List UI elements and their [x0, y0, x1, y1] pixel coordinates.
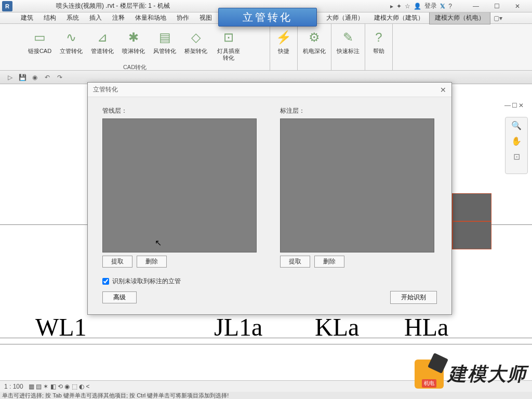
fav-icon[interactable]: ✦	[396, 3, 402, 10]
quick-button[interactable]: ⚡快捷	[274, 28, 293, 56]
tray-convert-button[interactable]: ◇桥架转化	[183, 28, 208, 56]
gridline	[0, 344, 532, 344]
link-cad-button[interactable]: ▭链接CAD	[27, 28, 52, 56]
menu-mass[interactable]: 体量和场地	[130, 12, 171, 24]
delete-pipe-button[interactable]: 删除	[137, 256, 167, 268]
sync-icon[interactable]: ◉	[30, 73, 39, 82]
group-label-cad: CAD转化	[123, 62, 147, 72]
menu-system[interactable]: 系统	[61, 12, 84, 24]
title-toolbar: ▸ ✦ ☆ 👤 登录 𝕏 ? — ☐ ✕	[390, 1, 532, 12]
menu-arch[interactable]: 建筑	[16, 12, 38, 24]
cursor-icon: ↖	[155, 238, 162, 248]
cad-icon: ▭	[31, 29, 48, 46]
exchange-icon[interactable]: 𝕏	[440, 3, 445, 10]
undo-icon[interactable]: ↶	[43, 73, 52, 82]
app-icon[interactable]: R	[2, 1, 12, 11]
dialog-close-button[interactable]: ✕	[440, 86, 446, 94]
pipe-layer-label: 管线层：	[102, 107, 259, 115]
fixture-convert-button[interactable]: ⊡灯具插座转化	[215, 28, 243, 62]
sprinkler-convert-button[interactable]: ✱喷淋转化	[121, 28, 146, 56]
quick-tag-button[interactable]: ✎快速标注	[336, 28, 361, 56]
help-button[interactable]: ?帮助	[369, 28, 388, 56]
help-icon[interactable]: ?	[448, 3, 452, 10]
advanced-button[interactable]: 高级	[102, 291, 137, 303]
dialog-titlebar: 立管转化 ✕	[88, 83, 451, 97]
fixture-icon: ⊡	[220, 29, 237, 46]
sprinkler-icon: ✱	[125, 29, 142, 46]
text-kla: KLa	[315, 313, 359, 341]
extract-tag-button[interactable]: 提取	[280, 256, 310, 268]
help-ribbon-icon: ?	[370, 29, 387, 46]
menu-insert[interactable]: 插入	[84, 12, 107, 24]
maximize-button[interactable]: ☐	[486, 1, 507, 12]
callout-banner: 立管转化	[218, 8, 317, 26]
navigation-bar[interactable]: 🔍 ✋ ⊡	[505, 117, 528, 174]
minimize-button[interactable]: —	[466, 1, 486, 12]
login-link[interactable]: 登录	[424, 2, 437, 10]
dialog-title: 立管转化	[93, 85, 118, 94]
close-button[interactable]: ✕	[507, 1, 528, 12]
recognize-untagged-checkbox[interactable]: 识别未读取到标注的立管	[102, 277, 181, 286]
start-recognize-button[interactable]: 开始识别	[390, 291, 437, 304]
extract-pipe-button[interactable]: 提取	[102, 256, 132, 268]
pipe-convert-button[interactable]: ⊿管道转化	[90, 28, 115, 56]
search-icon[interactable]: ▸	[390, 3, 393, 10]
menu-annotate[interactable]: 注释	[107, 12, 130, 24]
hint-bar: 单击可进行选择; 按 Tab 键并单击可选择其他项目; 按 Ctrl 键并单击可…	[0, 392, 532, 399]
menu-master-arch[interactable]: 建模大师（建筑）	[369, 12, 429, 24]
brand-watermark: 机电 建模大师	[415, 360, 527, 389]
mep-deepen-button[interactable]: ⚙机电深化	[302, 28, 327, 56]
brand-text: 建模大师	[448, 362, 527, 387]
scale-display[interactable]: 1 : 100	[4, 383, 23, 390]
menu-collab[interactable]: 协作	[171, 12, 194, 24]
riser-convert-dialog: 立管转化 ✕ 管线层： 提取 删除 标注层： 提取 删除 识别未读取到标注的立管…	[87, 82, 452, 315]
redo-icon[interactable]: ↷	[55, 73, 64, 82]
menu-struct[interactable]: 结构	[38, 12, 61, 24]
delete-tag-button[interactable]: 删除	[314, 256, 344, 268]
tray-icon: ◇	[188, 29, 204, 46]
menu-master-general[interactable]: 大师（通用）	[321, 12, 369, 24]
orbit-icon[interactable]: ⊡	[506, 149, 527, 164]
brand-logo-icon: 机电	[415, 360, 444, 389]
duct-convert-button[interactable]: ▤风管转化	[152, 28, 177, 56]
pipe-layer-list[interactable]	[102, 118, 257, 252]
menu-view[interactable]: 视图	[194, 12, 217, 24]
duct-icon: ▤	[156, 29, 173, 46]
ribbon: ▭链接CAD ∿立管转化 ⊿管道转化 ✱喷淋转化 ▤风管转化 ◇桥架转化 ⊡灯具…	[0, 24, 532, 71]
recognize-checkbox-input[interactable]	[102, 278, 109, 285]
text-jl1a: JL1a	[214, 313, 262, 341]
riser-icon: ∿	[63, 29, 79, 46]
zoom-icon[interactable]: 🔍	[506, 117, 527, 133]
deepen-icon: ⚙	[306, 29, 323, 46]
view-window-controls[interactable]: —☐✕	[504, 102, 524, 109]
star-icon[interactable]: ☆	[405, 3, 410, 10]
pan-icon[interactable]: ✋	[506, 133, 527, 149]
menu-master-mep[interactable]: 建模大师（机电）	[429, 11, 490, 24]
text-hla: HLa	[404, 313, 448, 341]
text-wl1: WL1	[35, 313, 87, 341]
menu-expand-icon[interactable]: ▢▾	[494, 15, 502, 22]
pipe-icon: ⊿	[94, 29, 111, 46]
tag-layer-list[interactable]	[280, 118, 434, 252]
tag-icon: ✎	[340, 29, 356, 46]
save-icon[interactable]: 💾	[18, 73, 27, 82]
window-title: 喷头连接(视频用) .rvt - 楼层平面: 1 - 机械	[15, 2, 170, 10]
user-icon[interactable]: 👤	[414, 3, 421, 10]
status-icons[interactable]: ▦ ▤ ✶ ◧ ⟲ ◉ ⬚ ◐ <	[29, 383, 90, 390]
riser-convert-button[interactable]: ∿立管转化	[59, 28, 84, 56]
tag-layer-label: 标注层：	[280, 107, 437, 115]
open-icon[interactable]: ▷	[5, 73, 15, 82]
quick-icon: ⚡	[275, 29, 292, 46]
